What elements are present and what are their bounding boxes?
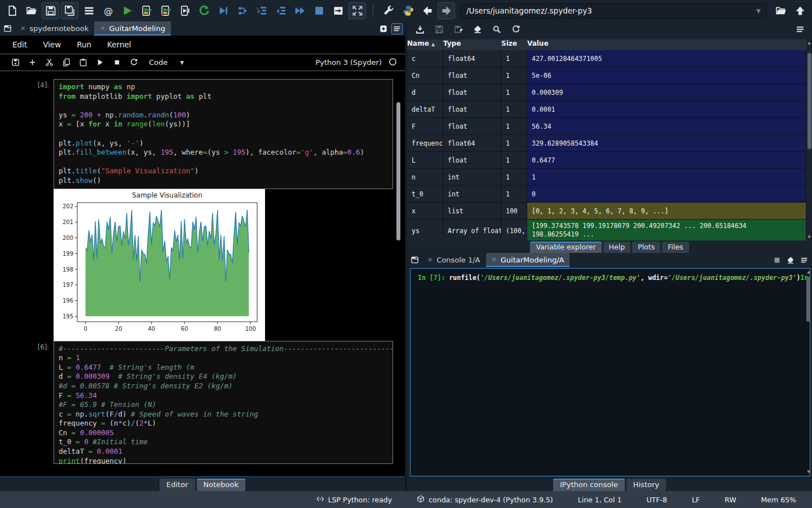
tab-editor[interactable]: Editor <box>160 479 195 491</box>
close-icon[interactable]: ✕ <box>100 25 105 32</box>
cell-type-select[interactable]: Code <box>149 58 167 67</box>
run-icon[interactable] <box>118 2 136 19</box>
variable-row-frequency[interactable]: frequencyfloat641329.6289058543384 <box>407 135 806 152</box>
notebook-body[interactable]: [4]:import numpy as npfrom matplotlib im… <box>0 71 405 469</box>
save-notebook-icon[interactable] <box>8 56 23 69</box>
tab-help[interactable]: Help <box>603 242 631 253</box>
step-return-icon[interactable] <box>272 2 289 19</box>
forward-icon[interactable] <box>438 2 455 19</box>
back-icon[interactable] <box>418 2 436 19</box>
file-switcher-icon[interactable] <box>80 2 98 19</box>
variable-row-d[interactable]: dfloat10.000309 <box>407 84 806 101</box>
remove-variable-icon[interactable] <box>470 23 485 36</box>
chevron-down-icon[interactable]: ▼ <box>756 8 761 14</box>
continue-execution-icon[interactable] <box>291 2 308 19</box>
tab-files[interactable]: Files <box>662 242 689 253</box>
stop-debug-icon[interactable] <box>310 2 328 19</box>
run-cell-advance-icon[interactable] <box>157 2 174 19</box>
remove-console-icon[interactable] <box>785 255 796 266</box>
import-data-icon[interactable] <box>413 23 427 36</box>
inspect-square-icon[interactable] <box>771 255 783 266</box>
notebook-scrollbar[interactable] <box>396 102 400 240</box>
variable-row-x[interactable]: xlist100[0, 1, 2, 3, 4, 5, 6, 7, 8, 9, .… <box>407 203 806 220</box>
new-file-icon[interactable] <box>3 2 21 19</box>
console-tab-console-1-a[interactable]: ✕Console 1/A <box>422 253 486 267</box>
open-file-icon[interactable] <box>23 2 40 19</box>
tab-notebook[interactable]: Notebook <box>197 479 245 491</box>
restart-debug-icon[interactable] <box>195 2 213 19</box>
tab-plots[interactable]: Plots <box>632 242 660 253</box>
scrollbar-handle[interactable] <box>807 53 811 149</box>
column-header-name[interactable]: Name ▲ <box>407 40 443 50</box>
scrollbar-handle[interactable] <box>806 277 810 322</box>
tab-history[interactable]: History <box>626 479 666 491</box>
new-notebook-button[interactable] <box>378 23 389 34</box>
menu-edit[interactable]: Edit <box>12 40 27 49</box>
debug-file-icon[interactable] <box>214 2 232 19</box>
search-variable-icon[interactable] <box>489 23 504 36</box>
run-selection-icon[interactable] <box>176 2 193 19</box>
variable-row-ys[interactable]: ysArray of float64(100,)[199.3743578 199… <box>407 220 806 240</box>
variable-row-c[interactable]: cfloat641427.00128464371005 <box>407 50 806 67</box>
code-cell-editor[interactable]: import numpy as npfrom matplotlib import… <box>54 79 393 189</box>
open-dir-icon[interactable] <box>772 2 789 19</box>
column-header-value[interactable]: Value <box>527 40 806 50</box>
menu-kernel[interactable]: Kernel <box>107 40 131 49</box>
debug-cell-icon[interactable] <box>233 2 251 19</box>
restart-kernel-white-icon[interactable] <box>126 56 141 69</box>
run-cell-white-icon[interactable] <box>92 56 107 69</box>
interrupt-kernel-icon[interactable] <box>109 56 124 69</box>
variable-row-F[interactable]: Ffloat156.34 <box>407 118 806 135</box>
console-options-icon[interactable] <box>798 255 810 266</box>
save-all-icon[interactable] <box>61 2 78 19</box>
ipython-console[interactable]: In [7]: runfile('/Users/juanitagomez/.sp… <box>410 268 810 476</box>
paste-cells-icon[interactable] <box>76 56 90 69</box>
maximize-pane-icon[interactable] <box>329 2 347 19</box>
code-cell-editor[interactable]: #------------------------Parameters of t… <box>54 341 393 464</box>
step-into-icon[interactable] <box>253 2 270 19</box>
variable-row-t_0[interactable]: t_0int10 <box>407 186 806 203</box>
editor-tab-spydernotebook[interactable]: ✕spydernotebook <box>15 21 94 36</box>
variable-row-n[interactable]: nint11 <box>407 169 806 186</box>
go-up-icon[interactable] <box>791 2 809 19</box>
chevron-down-icon[interactable]: ▼ <box>180 60 184 65</box>
close-icon[interactable]: ✕ <box>492 256 497 264</box>
copy-cells-icon[interactable] <box>59 56 73 69</box>
variable-table-scrollbar[interactable]: ▲ ▼ <box>806 40 812 240</box>
preferences-icon[interactable] <box>380 2 398 19</box>
console-scrollbar[interactable]: ▲ ▼ <box>806 270 811 474</box>
editor-tab-guitarmodeling[interactable]: ✕GuitarModeling <box>94 21 171 36</box>
add-cell-icon[interactable] <box>25 56 39 69</box>
save-data-as-icon[interactable] <box>451 23 466 36</box>
run-cell-icon[interactable] <box>138 2 155 19</box>
working-directory-combo[interactable]: /Users/juanitagomez/.spyder-py3 ▼ <box>460 3 767 19</box>
close-icon[interactable]: ✕ <box>20 25 25 32</box>
tab-ipython-console[interactable]: IPython console <box>553 479 625 491</box>
scroll-up-icon[interactable]: ▲ <box>806 41 812 45</box>
variable-row-deltaT[interactable]: deltaTfloat10.0001 <box>407 101 806 118</box>
python-path-manager-icon[interactable] <box>399 2 417 19</box>
variable-row-Cn[interactable]: Cnfloat15e-06 <box>407 67 806 84</box>
column-header-size[interactable]: Size <box>501 40 527 50</box>
browse-tabs-button[interactable] <box>407 253 422 267</box>
notebook-options-button[interactable] <box>391 23 403 34</box>
conda-env-status[interactable]: conda: spyder-dev-4 (Python 3.9.5) <box>417 495 553 505</box>
save-icon[interactable] <box>42 2 59 19</box>
scroll-down-icon[interactable]: ▼ <box>806 470 811 474</box>
fullscreen-icon[interactable] <box>348 2 366 19</box>
variable-row-L[interactable]: Lfloat10.6477 <box>407 152 806 169</box>
tab-variable-explorer[interactable]: Variable explorer <box>530 242 601 253</box>
console-tab-guitarmodeling-a[interactable]: ✕GuitarModeling/A <box>486 253 570 267</box>
save-data-icon[interactable] <box>432 23 447 36</box>
cut-cells-icon[interactable] <box>42 56 56 69</box>
symbol-finder-icon[interactable]: @ <box>99 2 117 19</box>
refresh-variables-icon[interactable] <box>509 23 523 36</box>
scroll-up-icon[interactable]: ▲ <box>806 270 811 274</box>
variable-explorer-options-button[interactable] <box>793 23 807 36</box>
close-icon[interactable]: ✕ <box>427 256 433 264</box>
menu-view[interactable]: View <box>43 40 61 49</box>
scroll-down-icon[interactable]: ▼ <box>806 235 812 239</box>
menu-run[interactable]: Run <box>77 40 91 49</box>
lsp-status[interactable]: LSP Python: ready <box>316 495 392 505</box>
column-header-type[interactable]: Type <box>443 40 501 50</box>
